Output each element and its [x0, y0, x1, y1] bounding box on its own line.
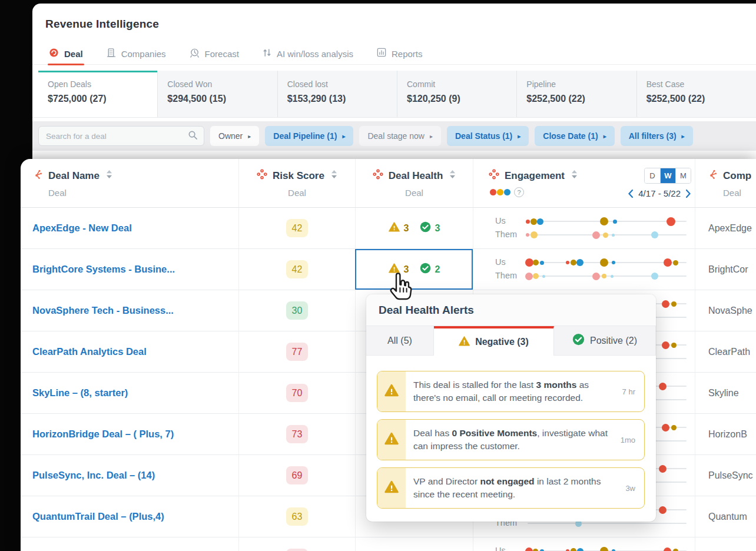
deal-name-link[interactable]: NovaSphere Tech - Business...	[21, 290, 238, 331]
tab-label: AI win/loss analysis	[277, 48, 353, 59]
deal-name-link[interactable]	[21, 537, 238, 551]
help-icon[interactable]: ?	[514, 187, 524, 197]
risk-score-cell: 77	[238, 331, 355, 372]
summary-card-closed-lost[interactable]: Closed lost$153,290 (13)	[277, 71, 397, 117]
deal-health-cell[interactable]: 32	[355, 249, 473, 290]
companies-icon	[107, 48, 116, 59]
risk-score-cell: 70	[238, 373, 355, 413]
engagement-dot	[526, 220, 530, 224]
negative-count: 3	[404, 223, 409, 234]
risk-score-cell: 73	[238, 414, 355, 454]
engagement-dot	[600, 258, 608, 267]
tab-forecast[interactable]: Forecast	[190, 42, 239, 64]
tab-deal[interactable]: Deal	[49, 42, 83, 64]
engagement-side-label: Them	[495, 230, 517, 239]
column-title: Deal Name	[48, 170, 100, 182]
summary-card-closed-won[interactable]: Closed Won$294,500 (15)	[157, 71, 277, 117]
popup-tab-negative-3[interactable]: Negative (3)	[434, 326, 554, 356]
column-header-company[interactable]: Comp Deal	[695, 159, 756, 207]
search-input[interactable]	[45, 131, 188, 141]
summary-card-pipeline[interactable]: Pipeline$252,500 (22)	[516, 71, 636, 117]
warning-icon	[459, 336, 470, 349]
tab-ai-win-loss-analysis[interactable]: AI win/loss analysis	[263, 42, 353, 64]
chevron-right-icon: ▸	[518, 133, 520, 140]
column-header-engagement[interactable]: Engagement ? DWM 4/17 - 5/22	[473, 159, 695, 207]
tab-label: Forecast	[205, 48, 239, 59]
filter-chip-all-filters-3[interactable]: All filters (3)▸	[621, 126, 693, 146]
engagement-dot	[671, 301, 677, 307]
summary-card-best-case[interactable]: Best Case$252,500 (22)	[636, 71, 756, 117]
engagement-cell: UsThem	[473, 208, 695, 248]
deal-name-link[interactable]: QuantumTrail Deal – (Plus,4)	[21, 496, 238, 537]
engagement-dot	[662, 300, 669, 308]
tab-label: Companies	[121, 48, 166, 59]
summary-card-label: Closed lost	[287, 79, 397, 89]
alert-card: This deal is stalled for the last 3 mont…	[377, 371, 645, 412]
alert-card: Deal has 0 Positive Moments, investigate…	[377, 419, 645, 460]
company-cell: ClearPath	[695, 331, 756, 372]
deal-health-cell[interactable]: 33	[355, 208, 473, 248]
engagement-dot	[659, 506, 667, 514]
header-card: Revenue Intelligence DealCompaniesForeca…	[32, 4, 756, 160]
chevron-left-icon[interactable]	[628, 189, 634, 198]
deal-name-link[interactable]: HorizonBridge Deal – ( Plus, 7)	[21, 414, 238, 454]
alert-body: VP and Director not engaged in last 2 mo…	[406, 468, 644, 508]
column-header-deal-health[interactable]: Deal Health Deal	[355, 159, 473, 207]
filter-chip-deal-stage-now[interactable]: Deal stage now▸	[359, 126, 441, 146]
chevron-right-icon: ▸	[342, 133, 345, 140]
summary-card-open-deals[interactable]: Open Deals$725,000 (27)	[38, 71, 157, 117]
filter-chip-deal-status-1[interactable]: Deal Status (1)▸	[447, 126, 529, 146]
popup-tab-positive-2[interactable]: Positive (2)	[554, 326, 656, 355]
risk-score-badge: 70	[286, 384, 308, 402]
deal-name-link[interactable]: PulseSync, Inc. Deal – (14)	[21, 455, 238, 496]
filter-chip-close-date-1[interactable]: Close Date (1)▸	[535, 126, 614, 146]
risk-score-cell: 69	[238, 455, 355, 496]
toggle-d[interactable]: D	[645, 168, 660, 183]
deal-health-cell[interactable]	[355, 537, 473, 551]
deal-icon	[49, 48, 59, 59]
negative-count: 3	[404, 264, 409, 275]
hubspot-icon	[707, 169, 718, 182]
chip-label: Deal stage now	[367, 131, 425, 141]
toggle-m[interactable]: M	[675, 168, 691, 183]
toggle-w[interactable]: W	[660, 168, 675, 183]
column-header-deal-name[interactable]: Deal Name Deal	[21, 159, 238, 207]
engagement-dot	[566, 261, 569, 264]
chip-label: Owner	[218, 131, 243, 141]
sort-icon[interactable]	[105, 170, 112, 182]
engagement-dot	[603, 233, 608, 238]
engagement-dot	[530, 218, 537, 225]
popup-tab-all-5[interactable]: All (5)	[366, 326, 434, 355]
summary-card-value: $120,250 (9)	[407, 94, 516, 104]
chevron-right-icon: ▸	[604, 133, 606, 140]
summary-card-commit[interactable]: Commit$120,250 (9)	[397, 71, 516, 117]
deal-name-link[interactable]: SkyLine – (8, starter)	[21, 373, 238, 413]
column-title: Deal Health	[389, 170, 443, 182]
chevron-right-icon[interactable]	[685, 189, 691, 198]
risk-score-cell: 63	[238, 496, 355, 537]
engagement-track	[528, 221, 687, 222]
reports-icon	[377, 48, 386, 59]
engagement-dot	[664, 258, 672, 267]
filter-chip-deal-pipeline-1[interactable]: Deal Pipeline (1)▸	[265, 126, 353, 146]
column-title: Engagement	[505, 170, 565, 182]
sort-icon[interactable]	[448, 170, 456, 182]
deal-name-link[interactable]: BrightCore Systems - Busine...	[21, 249, 238, 290]
sort-icon[interactable]	[330, 170, 337, 182]
alert-timestamp: 7 hr	[611, 387, 644, 396]
column-header-risk-score[interactable]: Risk Score Deal	[238, 159, 355, 207]
summary-card-value: $252,500 (22)	[646, 94, 756, 104]
tab-companies[interactable]: Companies	[107, 42, 166, 64]
deal-name-link[interactable]: ApexEdge - New Deal	[21, 208, 238, 248]
sort-icon[interactable]	[570, 170, 578, 182]
alert-body: Deal has 0 Positive Moments, investigate…	[406, 420, 644, 460]
tab-reports[interactable]: Reports	[377, 42, 423, 64]
filter-chip-owner[interactable]: Owner▸	[210, 126, 259, 146]
popup-tab-label: All (5)	[387, 336, 412, 346]
alert-warning-strip	[377, 468, 406, 508]
engagement-dot	[602, 274, 606, 278]
risk-score-cell	[238, 537, 355, 551]
engagement-dot	[612, 261, 615, 264]
positive-count: 3	[435, 223, 440, 234]
deal-name-link[interactable]: ClearPath Analytics Deal	[21, 331, 238, 372]
